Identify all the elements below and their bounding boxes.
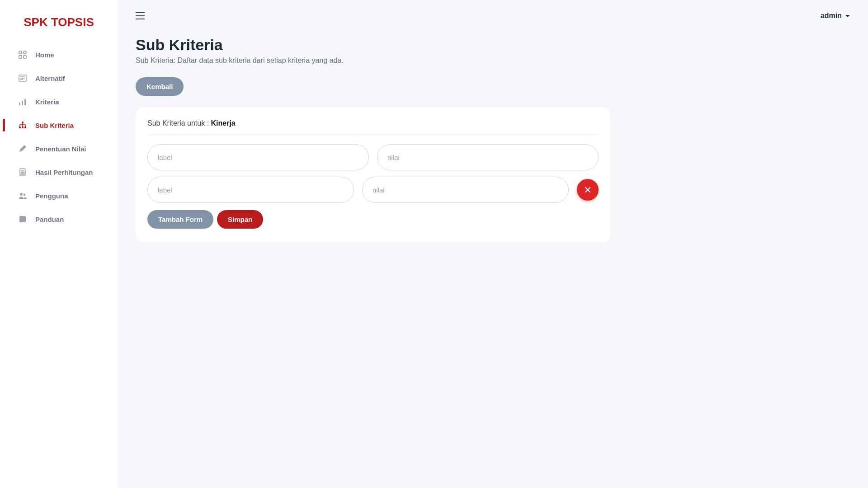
users-icon <box>18 191 27 200</box>
svg-point-12 <box>19 127 21 128</box>
user-dropdown[interactable]: admin <box>821 12 850 20</box>
nilai-input[interactable] <box>362 177 569 203</box>
svg-point-22 <box>24 174 24 174</box>
sidebar-item-hasil-perhitungan[interactable]: Hasil Perhitungan <box>0 160 118 184</box>
svg-rect-3 <box>24 56 26 58</box>
form-row <box>147 177 599 203</box>
sidebar-item-label: Panduan <box>35 216 64 223</box>
main: admin Sub Kriteria Sub Kriteria: Daftar … <box>118 0 868 488</box>
sidebar-item-sub-kriteria[interactable]: Sub Kriteria <box>0 113 118 137</box>
svg-rect-2 <box>19 56 22 58</box>
sidebar-item-penentuan-nilai[interactable]: Penentuan Nilai <box>0 137 118 160</box>
hierarchy-icon <box>18 121 27 130</box>
sidebar-item-kriteria[interactable]: Kriteria <box>0 90 118 113</box>
label-input[interactable] <box>147 177 354 203</box>
sidebar-item-label: Alternatif <box>35 75 65 82</box>
page-title: Sub Kriteria <box>136 36 850 54</box>
page-subtitle: Sub Kriteria: Daftar data sub kriteria d… <box>136 56 850 65</box>
label-input[interactable] <box>147 144 369 170</box>
svg-point-24 <box>24 194 26 196</box>
svg-rect-9 <box>22 101 23 105</box>
sidebar: SPK TOPSIS HomeAlternatifKriteriaSub Kri… <box>0 0 118 488</box>
add-form-button[interactable]: Tambah Form <box>147 210 213 229</box>
card-header-prefix: Sub Kriteria untuk : <box>147 119 211 127</box>
topbar: admin <box>118 0 868 32</box>
sidebar-item-label: Home <box>35 51 54 59</box>
sidebar-item-label: Sub Kriteria <box>35 122 74 129</box>
svg-text:?: ? <box>21 216 24 222</box>
svg-rect-0 <box>19 51 22 54</box>
content: Sub Kriteria Sub Kriteria: Daftar data s… <box>118 32 868 260</box>
card-header-criteria: Kinerja <box>211 119 236 127</box>
svg-rect-8 <box>19 103 20 105</box>
sidebar-item-pengguna[interactable]: Pengguna <box>0 184 118 207</box>
svg-point-18 <box>22 172 23 173</box>
close-icon <box>585 187 591 193</box>
sidebar-item-label: Hasil Perhitungan <box>35 169 93 176</box>
form-actions: Tambah Form Simpan <box>147 210 599 229</box>
sidebar-item-label: Pengguna <box>35 192 68 200</box>
sidebar-item-label: Penentuan Nilai <box>35 145 86 153</box>
back-button[interactable]: Kembali <box>136 77 184 96</box>
sidebar-item-label: Kriteria <box>35 98 59 106</box>
svg-point-13 <box>22 127 24 128</box>
remove-row-button[interactable] <box>577 179 599 201</box>
sidebar-item-home[interactable]: Home <box>0 43 118 66</box>
svg-rect-1 <box>24 51 26 54</box>
svg-rect-10 <box>24 99 26 105</box>
brand-title: SPK TOPSIS <box>0 9 118 43</box>
pen-icon <box>18 144 27 153</box>
calculator-icon <box>18 168 27 177</box>
svg-point-23 <box>20 193 23 196</box>
form-rows <box>147 144 599 203</box>
menu-toggle-icon[interactable] <box>136 12 145 20</box>
sidebar-item-alternatif[interactable]: Alternatif <box>0 66 118 90</box>
save-button[interactable]: Simpan <box>217 210 263 229</box>
list-icon <box>18 74 27 83</box>
nilai-input[interactable] <box>377 144 599 170</box>
username: admin <box>821 12 842 20</box>
svg-point-21 <box>22 174 23 174</box>
nav: HomeAlternatifKriteriaSub KriteriaPenent… <box>0 43 118 231</box>
card: Sub Kriteria untuk : Kinerja Tambah Form… <box>136 108 610 242</box>
svg-point-17 <box>21 172 22 173</box>
svg-point-14 <box>24 127 26 128</box>
svg-point-20 <box>21 174 22 174</box>
sidebar-item-panduan[interactable]: ?Panduan <box>0 207 118 231</box>
help-square-icon: ? <box>18 215 27 224</box>
form-row <box>147 144 599 170</box>
card-header: Sub Kriteria untuk : Kinerja <box>147 119 599 135</box>
bar-chart-icon <box>18 97 27 106</box>
svg-point-11 <box>22 122 24 123</box>
svg-point-19 <box>24 172 24 173</box>
grid-icon <box>18 50 27 59</box>
chevron-down-icon <box>845 15 850 17</box>
